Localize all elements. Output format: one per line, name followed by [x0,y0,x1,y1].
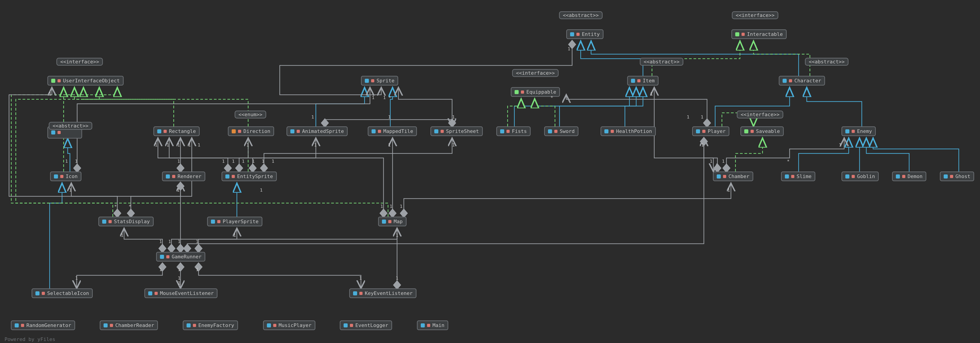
uml-node-saveable[interactable]: Saveable [740,126,784,136]
multiplicity-label: 1 [701,142,704,148]
interface-icon [51,79,55,83]
uml-node-keyeventlistener[interactable]: KeyEventListener [349,289,417,298]
node-label: Rectangle [169,128,196,134]
multiplicity-label: * [550,95,553,100]
class-icon [157,129,161,133]
multiplicity-label: 1 [314,142,317,148]
lock-icon [611,130,614,133]
node-label: SelectableIcon [47,290,89,296]
lock-icon [723,175,726,178]
lock-icon [576,33,579,36]
uml-node-icon[interactable]: Icon [50,172,81,181]
multiplicity-label: 1 [49,91,51,97]
node-label: Saveable [756,128,780,134]
multiplicity-label: 1 [311,114,314,120]
uml-node-enemy[interactable]: Enemy [842,126,876,136]
class-icon [35,291,40,295]
lock-icon [154,292,158,295]
node-label: AnimatedSprite [302,128,344,134]
multiplicity-label: 1 [722,158,725,164]
uml-node-direction[interactable]: Direction [228,126,274,136]
lock-icon [637,79,641,82]
uml-node-chamberreader[interactable]: ChamberReader [100,321,158,330]
uml-node-sword[interactable]: Sword [544,126,578,136]
multiplicity-label: 1 [359,275,362,281]
uml-node-enemyfactory[interactable]: EnemyFactory [183,321,238,330]
lock-icon [193,324,196,327]
uml-node-fists[interactable]: Fists [496,126,531,136]
lock-icon [741,33,745,36]
uml-node-rectangle[interactable]: Rectangle [153,126,200,136]
multiplicity-label: 1 [69,187,72,193]
uml-node-spritesheet[interactable]: SpriteSheet [430,126,483,136]
multiplicity-label: 1 [197,142,200,148]
uml-node-slime[interactable]: Slime [781,172,815,181]
lock-icon [238,130,241,133]
node-label: EventLogger [355,322,388,328]
lock-icon [21,324,24,327]
uml-node-sprite[interactable]: Sprite [361,76,398,86]
lock-icon [371,79,374,82]
multiplicity-label: 1 [188,142,191,148]
stereotype-badge: <<interface>> [732,11,778,19]
uml-node-goblin[interactable]: Goblin [842,172,879,181]
class-icon [103,323,108,327]
node-label: PlayerSprite [223,219,259,224]
uml-node-demon[interactable]: Demon [892,172,926,181]
uml-node-gamerunner[interactable]: GameRunner [156,252,205,262]
uml-node-map[interactable]: Map [378,217,407,227]
class-icon [717,174,721,179]
uml-node-selectableicon[interactable]: SelectableIcon [32,289,93,298]
stereotype-badge: <<interface>> [737,110,783,118]
uml-node-statsdisplay[interactable]: StatsDisplay [99,217,154,227]
node-label: KeyEventListener [365,290,413,296]
uml-node-interactable[interactable]: Interactable [732,29,787,39]
multiplicity-label: 1 [701,114,703,120]
uml-node-mappedtile[interactable]: MappedTile [368,126,417,136]
node-label: Map [394,219,403,224]
node-label: Item [643,78,655,83]
node-label: Main [433,322,444,328]
class-icon [845,174,850,179]
uml-node-userinterfaceobject[interactable]: UserInterfaceObject [48,76,124,86]
uml-node-main[interactable]: Main [417,321,448,330]
uml-node-item[interactable]: Item [627,76,659,86]
uml-node-playersprite[interactable]: PlayerSprite [207,217,262,227]
multiplicity-label: 1 [178,275,180,281]
uml-node-healthpotion[interactable]: HealthPotion [601,126,656,136]
uml-node-animatedsprite[interactable]: AnimatedSprite [286,126,348,136]
multiplicity-label: 1 [242,158,245,164]
node-label: Renderer [178,174,202,179]
lock-icon [217,220,220,223]
node-label: EnemyFactory [198,322,234,328]
uml-node-character[interactable]: Character [779,76,825,86]
node-label: Sprite [377,78,395,83]
lock-icon [273,324,276,327]
uml-node-renderer[interactable]: Renderer [162,172,205,181]
lock-icon [57,79,61,82]
uml-node-eventlogger[interactable]: EventLogger [340,321,392,330]
uml-node-musicplayer[interactable]: MusicPlayer [263,321,315,330]
node-label: Demon [908,174,923,179]
lock-icon [166,255,169,258]
uml-node-mouseeventlistener[interactable]: MouseEventListener [145,289,218,298]
uml-node-chamber[interactable]: Chamber [713,172,753,181]
multiplicity-label: 1 [650,91,653,97]
class-icon [382,220,386,223]
uml-node-randomgenerator[interactable]: RandomGenerator [11,321,75,330]
multiplicity-label: 1 [65,158,68,164]
multiplicity-label: 1 [272,158,274,164]
uml-node-player[interactable]: Player [692,126,729,136]
node-label: Goblin [857,174,875,179]
class-icon [15,323,19,327]
uml-node-ghost[interactable]: Ghost [940,172,974,181]
uml-node-entity[interactable]: Entity [566,29,603,39]
node-label: ChamberReader [115,322,154,328]
lock-icon [108,220,112,223]
node-label: MusicPlayer [278,322,312,328]
lock-icon [172,175,175,178]
multiplicity-label: 1 [710,158,713,164]
uml-node-entitysprite[interactable]: EntitySprite [221,172,277,181]
node-label: Slime [797,174,811,179]
class-icon [290,129,294,133]
